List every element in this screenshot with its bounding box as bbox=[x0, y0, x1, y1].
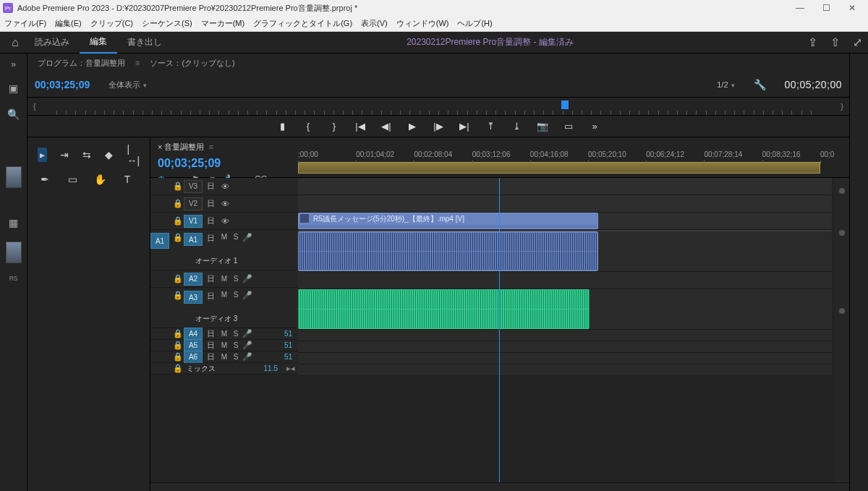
workspace-tab-edit[interactable]: 編集 bbox=[80, 32, 117, 54]
mute-button[interactable]: M bbox=[218, 330, 230, 338]
sync-lock-icon[interactable]: 日 bbox=[203, 351, 218, 362]
lock-icon[interactable]: 🔒 bbox=[172, 182, 184, 191]
track-lane-a6[interactable] bbox=[298, 353, 832, 364]
timeline-playhead[interactable] bbox=[499, 178, 500, 482]
plus-icon[interactable]: » bbox=[588, 120, 601, 133]
track-lane-a3[interactable] bbox=[298, 289, 832, 330]
sync-lock-icon[interactable]: 日 bbox=[203, 233, 218, 244]
track-header-a2[interactable]: 🔒 A2 日 M S 🎤 bbox=[150, 270, 298, 288]
lock-icon[interactable]: 🔒 bbox=[172, 233, 184, 242]
voiceover-icon[interactable]: 🎤 bbox=[242, 341, 253, 350]
track-lane-v3[interactable] bbox=[298, 178, 832, 195]
menu-window[interactable]: ウィンドウ(W) bbox=[396, 18, 449, 29]
track-target-v2[interactable]: V2 bbox=[184, 197, 203, 210]
timeline-tracks[interactable]: R5議長メッセージ(5分20秒)_【最終】.mp4 [V] bbox=[298, 178, 849, 482]
selection-tool-icon[interactable]: ▸ bbox=[38, 148, 47, 162]
lock-icon[interactable]: 🔒 bbox=[172, 274, 184, 283]
menu-graphics[interactable]: グラフィックとタイトル(G) bbox=[253, 18, 352, 29]
minimize-button[interactable]: — bbox=[787, 0, 813, 16]
pen-tool-icon[interactable]: ✒ bbox=[38, 172, 52, 187]
extract-icon[interactable]: ⤓ bbox=[510, 120, 523, 133]
mute-button[interactable]: M bbox=[218, 341, 230, 349]
search-icon[interactable]: 🔍 bbox=[7, 107, 21, 121]
mark-out-icon[interactable]: } bbox=[328, 120, 341, 133]
menu-markers[interactable]: マーカー(M) bbox=[201, 18, 245, 29]
track-lane-a1[interactable] bbox=[298, 231, 832, 272]
lock-icon[interactable]: 🔒 bbox=[172, 199, 184, 208]
export-frame-icon[interactable]: 📷 bbox=[536, 120, 549, 133]
track-header-a5[interactable]: 🔒 A5 日 M S 🎤 51 bbox=[150, 340, 298, 351]
lock-icon[interactable]: 🔒 bbox=[172, 216, 184, 226]
voiceover-icon[interactable]: 🎤 bbox=[242, 329, 253, 338]
tab-program[interactable]: プログラム：音量調整用 bbox=[35, 58, 128, 69]
track-header-v3[interactable]: 🔒 V3 日👁 bbox=[150, 178, 298, 195]
menu-clip[interactable]: クリップ(C) bbox=[90, 18, 133, 29]
menu-file[interactable]: ファイル(F) bbox=[4, 18, 46, 29]
type-tool-icon[interactable]: T bbox=[120, 172, 135, 187]
voiceover-icon[interactable]: 🎤 bbox=[242, 352, 253, 362]
track-target-a6[interactable]: A6 bbox=[184, 351, 203, 364]
track-lane-a4[interactable] bbox=[298, 330, 832, 341]
settings-icon[interactable]: 🔧 bbox=[754, 79, 766, 90]
sync-lock-icon[interactable]: 日 bbox=[203, 215, 218, 226]
solo-button[interactable]: S bbox=[230, 353, 242, 361]
lock-icon[interactable]: 🔒 bbox=[172, 364, 184, 373]
solo-button[interactable]: S bbox=[230, 341, 242, 349]
eye-icon[interactable]: 👁 bbox=[218, 182, 231, 191]
slip-tool-icon[interactable]: |↔| bbox=[127, 148, 140, 162]
track-header-v1[interactable]: 🔒 V1 日👁 bbox=[150, 213, 298, 230]
ripple-tool-icon[interactable]: ⇆ bbox=[82, 148, 92, 162]
sync-lock-icon[interactable]: 日 bbox=[203, 291, 218, 302]
eye-icon[interactable]: 👁 bbox=[218, 200, 231, 208]
close-button[interactable]: ✕ bbox=[839, 0, 865, 16]
out-point-icon[interactable]: } bbox=[841, 102, 843, 111]
clip-video[interactable]: R5議長メッセージ(5分20秒)_【最終】.mp4 [V] bbox=[298, 213, 598, 229]
menu-edit[interactable]: 編集(E) bbox=[55, 18, 82, 29]
mute-button[interactable]: M bbox=[218, 291, 230, 299]
solo-button[interactable]: S bbox=[230, 233, 242, 241]
voiceover-icon[interactable]: 🎤 bbox=[242, 233, 253, 242]
track-header-a1[interactable]: A1 🔒 A1 日 M S 🎤 オーディオ 1 bbox=[150, 230, 298, 270]
track-header-v2[interactable]: 🔒 V2 日👁 bbox=[150, 195, 298, 213]
share-icon[interactable]: ⇧ bbox=[830, 35, 840, 49]
mix-value[interactable]: 11.5 bbox=[264, 364, 278, 372]
right-panel-collapsed[interactable] bbox=[849, 54, 868, 491]
sync-lock-icon[interactable]: 日 bbox=[203, 273, 218, 284]
mute-button[interactable]: M bbox=[218, 353, 230, 361]
in-point-icon[interactable]: { bbox=[33, 102, 36, 111]
program-ruler[interactable]: { } bbox=[27, 97, 849, 116]
timeline-timecode[interactable]: 00;03;25;09 bbox=[158, 157, 291, 170]
sync-lock-icon[interactable]: 日 bbox=[203, 328, 218, 339]
track-select-tool-icon[interactable]: ⇥ bbox=[60, 148, 69, 162]
clip-audio-a1[interactable] bbox=[298, 231, 598, 271]
quick-export-icon[interactable]: ⇪ bbox=[808, 35, 817, 49]
sequence-name[interactable]: × 音量調整用 bbox=[158, 142, 204, 151]
maximize-button[interactable]: ☐ bbox=[813, 0, 839, 16]
track-lane-v1[interactable]: R5議長メッセージ(5分20秒)_【最終】.mp4 [V] bbox=[298, 213, 832, 230]
menu-sequence[interactable]: シーケンス(S) bbox=[142, 18, 192, 29]
track-target-a1[interactable]: A1 bbox=[184, 233, 203, 246]
expand-icon[interactable]: » bbox=[11, 59, 16, 69]
track-header-a6[interactable]: 🔒 A6 日 M S 🎤 51 bbox=[150, 351, 298, 363]
step-fwd-icon[interactable]: |▶ bbox=[432, 120, 445, 133]
workspace-tab-export[interactable]: 書き出し bbox=[117, 32, 172, 54]
add-marker-icon[interactable]: ▮ bbox=[276, 120, 289, 133]
razor-tool-icon[interactable]: ◆ bbox=[105, 148, 114, 162]
go-out-icon[interactable]: ▶| bbox=[458, 120, 471, 133]
track-target-a2[interactable]: A2 bbox=[184, 273, 203, 286]
track-header-a3[interactable]: 🔒 A3 日 M S 🎤 オーディオ 3 bbox=[150, 288, 298, 328]
go-in-icon[interactable]: |◀ bbox=[354, 120, 367, 133]
expand-icon[interactable]: ▸◂ bbox=[284, 364, 298, 373]
fullscreen-icon[interactable]: ⤢ bbox=[853, 35, 862, 49]
timeline-zoom-scrollbar[interactable] bbox=[150, 482, 849, 491]
program-playhead[interactable] bbox=[561, 101, 569, 109]
track-lane-a5[interactable] bbox=[298, 341, 832, 353]
mark-in-icon[interactable]: { bbox=[302, 120, 315, 133]
lock-icon[interactable]: 🔒 bbox=[172, 291, 184, 300]
solo-button[interactable]: S bbox=[230, 330, 242, 338]
voiceover-icon[interactable]: 🎤 bbox=[242, 274, 253, 283]
rectangle-tool-icon[interactable]: ▭ bbox=[65, 172, 80, 187]
vertical-scrollbar[interactable] bbox=[835, 178, 849, 482]
track-header-a4[interactable]: 🔒 A4 日 M S 🎤 51 bbox=[150, 328, 298, 340]
voiceover-icon[interactable]: 🎤 bbox=[242, 291, 253, 300]
